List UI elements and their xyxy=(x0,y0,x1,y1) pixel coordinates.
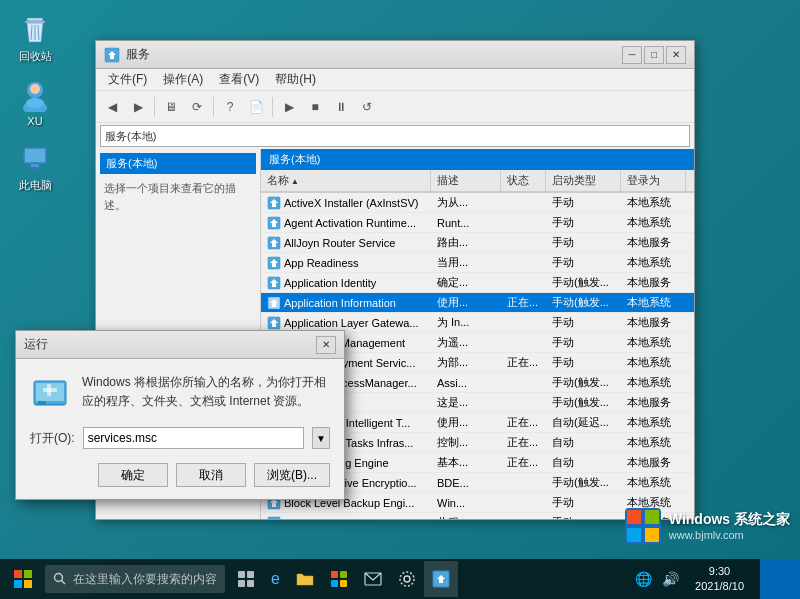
service-status-cell xyxy=(501,401,546,405)
svg-point-7 xyxy=(30,84,40,94)
close-button[interactable]: ✕ xyxy=(666,46,686,64)
service-status-cell: 正在... xyxy=(501,353,546,372)
user-icon[interactable]: XU xyxy=(5,76,65,131)
service-logon-cell: 本地系统 xyxy=(621,213,686,232)
services-taskbar-btn[interactable] xyxy=(424,561,458,597)
service-status-cell: 正在... xyxy=(501,293,546,312)
table-header: 名称▲ 描述 状态 启动类型 登录为 xyxy=(261,170,694,193)
export-button[interactable]: 📄 xyxy=(244,95,268,119)
store-button[interactable] xyxy=(322,561,356,597)
up-button[interactable]: 🖥 xyxy=(159,95,183,119)
help-icon-btn[interactable]: ? xyxy=(218,95,242,119)
taskbar-clock[interactable]: 9:30 2021/8/10 xyxy=(687,564,752,595)
start-button[interactable] xyxy=(0,559,45,599)
minimize-button[interactable]: ─ xyxy=(622,46,642,64)
svg-rect-51 xyxy=(238,571,245,578)
service-desc-cell: 这是... xyxy=(431,393,501,412)
refresh-button[interactable]: ⟳ xyxy=(185,95,209,119)
left-panel-header[interactable]: 服务(本地) xyxy=(100,153,256,174)
service-desc-cell: Win... xyxy=(431,495,501,511)
service-startup-cell: 手动 xyxy=(546,233,621,252)
desktop: 回收站 XU 此电脑 xyxy=(0,0,800,599)
tray-network[interactable]: 🌐 xyxy=(633,569,654,589)
toolbar: ◀ ▶ 🖥 ⟳ ? 📄 ▶ ■ ⏸ ↺ xyxy=(96,91,694,123)
menu-action[interactable]: 操作(A) xyxy=(155,69,211,90)
service-status-cell: 正在... xyxy=(501,433,546,452)
run-dialog-input[interactable] xyxy=(83,427,304,449)
run-dialog-buttons: 确定 取消 浏览(B)... xyxy=(16,457,344,499)
back-button[interactable]: ◀ xyxy=(100,95,124,119)
service-status-cell xyxy=(501,261,546,265)
run-ok-button[interactable]: 确定 xyxy=(98,463,168,487)
service-icon xyxy=(267,196,281,210)
service-name-cell: Application Layer Gatewa... xyxy=(261,314,431,332)
header-logon[interactable]: 登录为 xyxy=(621,170,686,191)
service-desc-cell: Runt... xyxy=(431,215,501,231)
settings-button[interactable] xyxy=(390,561,424,597)
taskbar: 在这里输入你要搜索的内容 e xyxy=(0,559,800,599)
service-name-cell: AllJoyn Router Service xyxy=(261,234,431,252)
forward-button[interactable]: ▶ xyxy=(126,95,150,119)
service-name-text: Application Layer Gatewa... xyxy=(284,317,419,329)
stop-button[interactable]: ■ xyxy=(303,95,327,119)
right-panel-header: 服务(本地) xyxy=(261,149,694,170)
run-dialog-close[interactable]: ✕ xyxy=(316,336,336,354)
maximize-button[interactable]: □ xyxy=(644,46,664,64)
table-row[interactable]: ActiveX Installer (AxInstSV)为从...手动本地系统 xyxy=(261,193,694,213)
table-row[interactable]: Application Identity确定...手动(触发...本地服务 xyxy=(261,273,694,293)
pause-button[interactable]: ⏸ xyxy=(329,95,353,119)
restart-button[interactable]: ↺ xyxy=(355,95,379,119)
table-row[interactable]: App Readiness当用...手动本地系统 xyxy=(261,253,694,273)
svg-point-60 xyxy=(404,576,410,582)
service-name-cell: Application Information xyxy=(261,294,431,312)
table-row[interactable]: Agent Activation Runtime...Runt...手动本地系统 xyxy=(261,213,694,233)
play-button[interactable]: ▶ xyxy=(277,95,301,119)
service-startup-cell: 手动(触发... xyxy=(546,293,621,312)
clock-time: 9:30 xyxy=(695,564,744,579)
service-name-cell: Application Identity xyxy=(261,274,431,292)
svg-rect-56 xyxy=(340,571,347,578)
header-status[interactable]: 状态 xyxy=(501,170,546,191)
header-desc[interactable]: 描述 xyxy=(431,170,501,191)
header-name[interactable]: 名称▲ xyxy=(261,170,431,191)
service-icon xyxy=(267,516,281,520)
service-icon xyxy=(267,256,281,270)
show-desktop-button[interactable] xyxy=(760,559,800,599)
service-icon xyxy=(267,316,281,330)
mail-button[interactable] xyxy=(356,561,390,597)
header-startup[interactable]: 启动类型 xyxy=(546,170,621,191)
table-row[interactable]: AllJoyn Router Service路由...手动本地服务 xyxy=(261,233,694,253)
run-browse-button[interactable]: 浏览(B)... xyxy=(254,463,330,487)
table-row[interactable]: Application Information使用...正在...手动(触发..… xyxy=(261,293,694,313)
service-name-text: BranchCache xyxy=(284,517,351,520)
service-desc-cell: 为从... xyxy=(431,193,501,212)
svg-rect-41 xyxy=(627,510,641,524)
menu-file[interactable]: 文件(F) xyxy=(100,69,155,90)
computer-icon[interactable]: 此电脑 xyxy=(5,139,65,197)
menu-view[interactable]: 查看(V) xyxy=(211,69,267,90)
run-dialog-text: Windows 将根据你所输入的名称，为你打开相应的程序、文件夹、文档或 Int… xyxy=(82,373,330,411)
service-status-cell xyxy=(501,201,546,205)
menu-help[interactable]: 帮助(H) xyxy=(267,69,324,90)
service-startup-cell: 手动(触发... xyxy=(546,373,621,392)
run-dialog-titlebar: 运行 ✕ xyxy=(16,331,344,359)
service-startup-cell: 手动 xyxy=(546,313,621,332)
svg-rect-0 xyxy=(27,18,43,21)
watermark-url: www.bjmlv.com xyxy=(669,529,790,541)
service-logon-cell: 本地服务 xyxy=(621,233,686,252)
run-dialog: 运行 ✕ Windows 将根据你所输入的名称，为你打开相应的程序、文件夹、文档… xyxy=(15,330,345,500)
edge-button[interactable]: e xyxy=(263,561,288,597)
run-cancel-button[interactable]: 取消 xyxy=(176,463,246,487)
task-view-button[interactable] xyxy=(229,561,263,597)
recycle-bin-icon[interactable]: 回收站 xyxy=(5,10,65,68)
tray-volume[interactable]: 🔊 xyxy=(660,569,681,589)
user-icon-label: XU xyxy=(27,115,42,127)
service-startup-cell: 手动(触发... xyxy=(546,273,621,292)
service-desc-cell: 使用... xyxy=(431,293,501,312)
taskbar-search[interactable]: 在这里输入你要搜索的内容 xyxy=(45,565,225,593)
folder-button[interactable] xyxy=(288,561,322,597)
service-logon-cell: 本地系统 xyxy=(621,193,686,212)
service-name-cell: ActiveX Installer (AxInstSV) xyxy=(261,194,431,212)
service-name-cell: Agent Activation Runtime... xyxy=(261,214,431,232)
run-dialog-dropdown[interactable]: ▼ xyxy=(312,427,330,449)
